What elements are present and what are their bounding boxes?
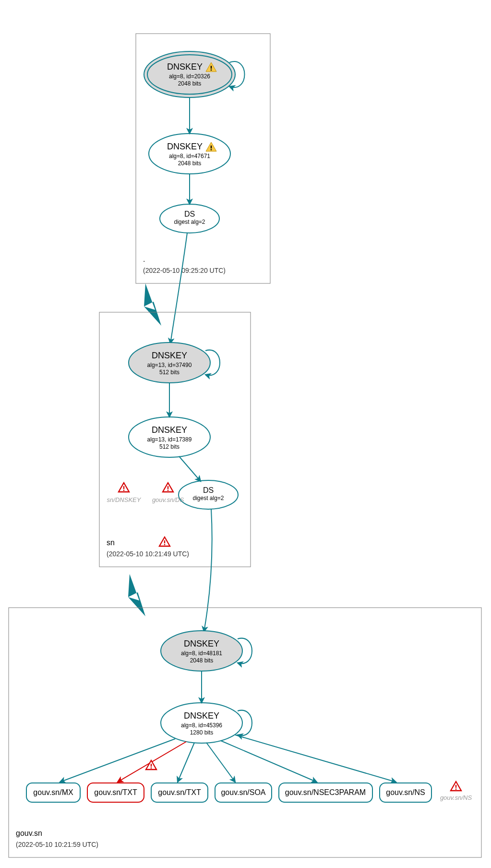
sn-ds-sub: digest alg=2: [192, 495, 224, 501]
sn-dnskey1-title: DNSKEY: [152, 351, 187, 360]
ghost-gouv-ds: gouv.sn/DS: [152, 496, 184, 503]
sn-ds-node[interactable]: DS digest alg=2: [179, 480, 238, 509]
warning-icon: [159, 537, 170, 546]
root-dnskey2-bits: 2048 bits: [178, 160, 202, 167]
rr-txt2-label: gouv.sn/TXT: [158, 788, 201, 796]
gouv-dnskey1-alg: alg=8, id=48181: [181, 650, 222, 657]
sn-dnskey1-node[interactable]: DNSKEY alg=13, id=37490 512 bits: [129, 342, 210, 383]
warning-icon: [119, 483, 129, 492]
edge: [179, 456, 201, 481]
root-ds-sub: digest alg=2: [174, 219, 205, 225]
gouv-dnskey1-bits: 2048 bits: [190, 657, 214, 664]
edge: [204, 509, 212, 632]
sn-dnskey2-bits: 512 bits: [159, 443, 180, 450]
zone-root-time: (2022-05-10 09:25:20 UTC): [143, 267, 226, 274]
edge: [60, 739, 175, 782]
rr-mx-label: gouv.sn/MX: [33, 788, 73, 796]
sn-dnskey2-title: DNSKEY: [152, 425, 187, 435]
gouv-dnskey1-node[interactable]: DNSKEY alg=8, id=48181 2048 bits: [161, 631, 242, 671]
zone-gouv-time: (2022-05-10 10:21:59 UTC): [16, 841, 98, 848]
rr-txt-error-node[interactable]: gouv.sn/TXT: [87, 783, 144, 802]
sn-dnskey1-bits: 512 bits: [159, 369, 180, 376]
root-dnskey1-node[interactable]: DNSKEY alg=8, id=20326 2048 bits: [144, 51, 235, 98]
ghost-sn-dnskey: sn/DNSKEY: [107, 496, 142, 503]
edge: [235, 735, 396, 782]
root-dnskey2-title: DNSKEY: [167, 142, 203, 151]
sn-dnskey1-alg: alg=13, id=37490: [147, 362, 192, 368]
rr-soa-label: gouv.sn/SOA: [221, 788, 265, 796]
zone-gouv-label: gouv.sn: [16, 829, 42, 837]
edge: [178, 743, 194, 782]
rr-soa-node[interactable]: gouv.sn/SOA: [215, 783, 272, 802]
rr-mx-node[interactable]: gouv.sn/MX: [26, 783, 80, 802]
ghost-gouv-ns: gouv.sn/NS: [440, 794, 472, 801]
gouv-dnskey2-alg: alg=8, id=45396: [181, 722, 222, 729]
rr-ns-node[interactable]: gouv.sn/NS: [380, 783, 431, 802]
zone-sn-time: (2022-05-10 10:21:49 UTC): [107, 550, 189, 558]
root-dnskey2-node[interactable]: DNSKEY alg=8, id=47671 2048 bits: [149, 134, 230, 174]
sn-dnskey2-alg: alg=13, id=17389: [147, 436, 192, 443]
root-ds-title: DS: [184, 210, 195, 218]
root-dnskey1-alg: alg=8, id=20326: [169, 73, 210, 80]
warning-icon: [451, 782, 461, 791]
sn-dnskey2-node[interactable]: DNSKEY alg=13, id=17389 512 bits: [129, 417, 210, 457]
edge: [221, 741, 317, 782]
gouv-dnskey1-title: DNSKEY: [184, 639, 219, 648]
root-dnskey1-bits: 2048 bits: [178, 80, 202, 87]
warning-icon: [163, 483, 173, 492]
rr-nsec3param-node[interactable]: gouv.sn/NSEC3PARAM: [279, 783, 372, 802]
root-dnskey1-title: DNSKEY: [167, 62, 203, 72]
gouv-dnskey2-bits: 1280 bits: [190, 729, 214, 736]
zone-sn-label: sn: [107, 538, 115, 547]
edge: [170, 233, 187, 343]
gouv-dnskey2-title: DNSKEY: [184, 711, 219, 721]
rr-nsec-label: gouv.sn/NSEC3PARAM: [285, 788, 366, 796]
root-ds-node[interactable]: DS digest alg=2: [160, 204, 219, 233]
zone-gouv-box: [9, 608, 481, 857]
gouv-dnskey2-node[interactable]: DNSKEY alg=8, id=45396 1280 bits: [161, 703, 242, 743]
rr-txt1-label: gouv.sn/TXT: [94, 788, 137, 796]
delegation-arrow-icon: [128, 574, 145, 616]
root-dnskey2-alg: alg=8, id=47671: [169, 153, 210, 159]
rr-txt-node[interactable]: gouv.sn/TXT: [151, 783, 208, 802]
zone-root-label: .: [143, 255, 145, 263]
sn-ds-title: DS: [203, 486, 214, 494]
rr-ns-label: gouv.sn/NS: [386, 788, 425, 796]
delegation-arrow-icon: [144, 283, 161, 326]
edge: [206, 743, 235, 782]
